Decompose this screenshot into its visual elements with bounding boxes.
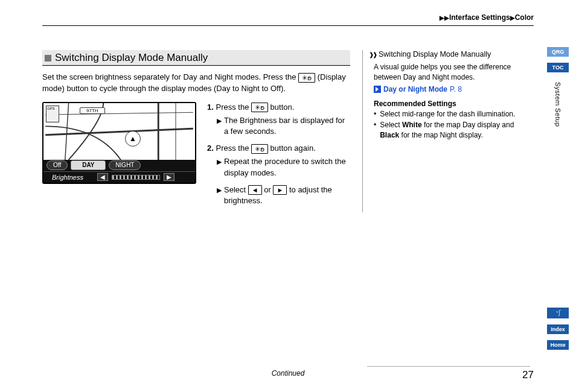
step-1: 1. Press the ✳ʚ button.: [207, 102, 350, 113]
road-label: 97TH: [80, 107, 105, 114]
step-sub-text: The Brightness bar is displayed for a fe…: [224, 115, 350, 137]
bullet-icon: •: [374, 120, 376, 141]
step-text: Press the: [216, 103, 251, 112]
display-mode-button-icon: ✳ʚ: [251, 103, 268, 112]
step-text: Press the: [216, 144, 251, 153]
step-2: 2. Press the ✳ʚ button again.: [207, 143, 350, 154]
bullet-item: • Select White for the map Day display a…: [369, 120, 525, 141]
device-control-bar: Off DAY NIGHT Brightness ◀ ▶: [43, 160, 195, 183]
page-number: 27: [522, 369, 534, 381]
continued-label: Continued: [272, 369, 305, 378]
bullet-text: Select White for the map Day display and…: [380, 120, 525, 141]
main-column: Switching Display Mode Manually Set the …: [42, 50, 350, 212]
breadcrumb-item: Color: [515, 13, 534, 22]
triangle-bullet-icon: ▶: [217, 156, 222, 167]
off-button: Off: [46, 160, 68, 170]
side-column: ❱❱ Switching Display Mode Manually A vis…: [362, 50, 525, 212]
display-mode-button-icon: ✳ʚ: [298, 73, 315, 83]
step-number: 2.: [207, 144, 214, 153]
section-label: System Setup: [554, 82, 562, 127]
compass-icon: ▲: [125, 131, 141, 147]
step-1-sub: ▶ The Brightness bar is displayed for a …: [207, 115, 350, 137]
step-sub-text: Repeat the procedure to switch the displ…: [224, 156, 350, 178]
step-text: button.: [268, 103, 294, 112]
side-heading: ❱❱ Switching Display Mode Manually: [369, 50, 525, 58]
index-button[interactable]: Index: [547, 324, 569, 334]
cross-reference-link[interactable]: Day or Night Mode P. 8: [374, 85, 525, 93]
display-mode-button-icon: ✳ʚ: [251, 144, 268, 154]
right-arrow-button-icon: ►: [273, 185, 287, 195]
double-chevron-icon: ❱❱: [369, 51, 376, 58]
side-body-text: A visual guide helps you see the differe…: [369, 62, 525, 83]
triangle-bullet-icon: ▶: [217, 185, 222, 195]
right-nav-rail: QRG TOC System Setup ᵛʃ Index Home: [547, 47, 569, 350]
side-title: Switching Display Mode Manually: [379, 50, 491, 58]
right-arrow-icon: ▶: [164, 173, 174, 181]
triangle-bullet-icon: ▶: [217, 115, 222, 126]
chevron-right-icon: ▶: [510, 14, 515, 21]
step-2-sub-2: ▶ Select ◄ or ► to adjust the brightness…: [207, 185, 350, 206]
toc-button[interactable]: TOC: [547, 63, 569, 72]
step-2-sub-1: ▶ Repeat the procedure to switch the dis…: [207, 156, 350, 178]
link-page: P. 8: [450, 85, 462, 93]
left-arrow-button-icon: ◄: [248, 185, 262, 195]
map-area: GPS 97TH ▲: [43, 103, 195, 160]
bullet-item: • Select mid-range for the dash illumina…: [369, 109, 525, 119]
night-button: NIGHT: [109, 160, 141, 170]
intro-text: Set the screen brightness separately for…: [42, 72, 298, 81]
bullet-icon: •: [374, 109, 376, 119]
home-button[interactable]: Home: [547, 340, 569, 350]
recommended-settings-title: Recommended Settings: [374, 100, 525, 108]
qrg-button[interactable]: QRG: [547, 47, 569, 57]
brightness-bar: [112, 175, 160, 180]
voice-icon-button[interactable]: ᵛʃ: [547, 308, 569, 318]
page-footer: Continued 27: [42, 369, 534, 381]
breadcrumb: ▶▶Interface Settings▶Color: [42, 13, 534, 22]
square-bullet-icon: [45, 55, 51, 62]
day-button: DAY: [71, 160, 106, 170]
left-arrow-icon: ◀: [97, 173, 108, 181]
device-screenshot: GPS 97TH ▲ Off DAY NIGHT Brightness ◀: [42, 102, 196, 184]
breadcrumb-item: Interface Settings: [449, 13, 510, 22]
bullet-text: Select mid-range for the dash illuminati…: [380, 109, 515, 119]
bold-black: Black: [380, 131, 399, 139]
step-number: 1.: [207, 103, 214, 112]
link-icon: [374, 86, 381, 93]
steps-list: 1. Press the ✳ʚ button. ▶ The Brightness…: [207, 102, 350, 213]
brightness-label: Brightness: [52, 174, 83, 181]
link-label: Day or Night Mode: [383, 85, 447, 93]
chevron-right-icon: ▶▶: [440, 14, 449, 21]
step-text: button again.: [268, 144, 316, 153]
gps-indicator: GPS: [46, 106, 59, 122]
step-sub-text: Select ◄ or ► to adjust the brightness.: [224, 185, 350, 206]
bold-white: White: [402, 121, 422, 129]
divider: [42, 25, 534, 26]
intro-paragraph: Set the screen brightness separately for…: [42, 72, 350, 95]
section-heading: Switching Display Mode Manually: [42, 50, 350, 66]
section-title: Switching Display Mode Manually: [55, 52, 208, 64]
footer-rule: [367, 366, 530, 367]
